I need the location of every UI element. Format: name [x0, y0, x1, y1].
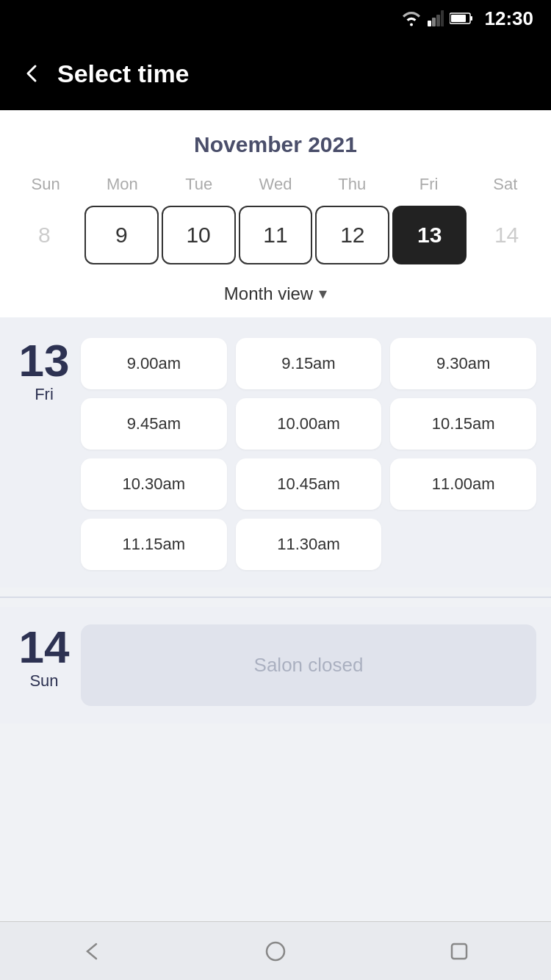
time-section-13: 13 Fri 9.00am 9.15am 9.30am 9.45am 10.00…	[0, 317, 551, 588]
month-view-label: Month view	[224, 284, 313, 304]
calendar-month: November 2021	[0, 125, 551, 169]
header: Select time	[0, 37, 551, 110]
weekday-thu: Thu	[314, 169, 390, 200]
svg-point-7	[267, 943, 284, 960]
day-number-14: 14	[19, 624, 70, 670]
day-8[interactable]: 8	[7, 206, 82, 264]
day-9[interactable]: 9	[84, 206, 159, 264]
day-name-14: Sun	[29, 671, 58, 691]
time-slot-1015am[interactable]: 10.15am	[390, 398, 536, 450]
time-slot-900am[interactable]: 9.00am	[81, 338, 227, 389]
signal-icon	[428, 10, 444, 26]
day-14[interactable]: 14	[469, 206, 544, 264]
time-slots-grid-13: 9.00am 9.15am 9.30am 9.45am 10.00am 10.1…	[81, 338, 536, 570]
weekday-fri: Fri	[390, 169, 467, 200]
svg-rect-6	[451, 15, 466, 22]
day-name-13: Fri	[35, 385, 54, 404]
weekday-sun: Sun	[7, 169, 84, 200]
chevron-down-icon: ▾	[319, 284, 327, 303]
nav-home-icon	[262, 938, 289, 965]
svg-rect-0	[428, 21, 431, 26]
day-number-block-14: 14 Sun	[15, 624, 73, 691]
svg-rect-1	[432, 18, 436, 26]
time-slot-1100am[interactable]: 11.00am	[390, 458, 536, 510]
nav-back-button[interactable]	[79, 938, 105, 965]
svg-rect-5	[470, 16, 472, 21]
calendar-section: November 2021 Sun Mon Tue Wed Thu Fri Sa…	[0, 110, 551, 317]
time-slot-1000am[interactable]: 10.00am	[236, 398, 382, 450]
time-slot-1030am[interactable]: 10.30am	[81, 458, 227, 510]
bottom-nav	[0, 921, 551, 980]
time-slot-1115am[interactable]: 11.15am	[81, 519, 227, 570]
time-slot-915am[interactable]: 9.15am	[236, 338, 382, 389]
status-bar: 12:30	[0, 0, 551, 37]
time-slot-930am[interactable]: 9.30am	[390, 338, 536, 389]
day-row-13: 13 Fri 9.00am 9.15am 9.30am 9.45am 10.00…	[15, 338, 536, 570]
back-button[interactable]	[22, 63, 43, 84]
days-row: 8 9 10 11 12 13 14	[0, 200, 551, 276]
nav-back-icon	[79, 938, 105, 965]
main-content: November 2021 Sun Mon Tue Wed Thu Fri Sa…	[0, 110, 551, 790]
section-divider	[0, 597, 551, 598]
month-view-toggle[interactable]: Month view ▾	[0, 276, 551, 317]
weekdays-row: Sun Mon Tue Wed Thu Fri Sat	[0, 169, 551, 200]
day-11[interactable]: 11	[239, 206, 313, 264]
wifi-icon	[401, 10, 422, 26]
closed-row-14: 14 Sun Salon closed	[15, 624, 536, 706]
battery-icon	[450, 12, 473, 25]
day-12[interactable]: 12	[315, 206, 389, 264]
closed-section-14: 14 Sun Salon closed	[0, 607, 551, 724]
weekday-tue: Tue	[161, 169, 237, 200]
nav-recents-icon	[446, 938, 472, 965]
nav-recents-button[interactable]	[446, 938, 472, 965]
nav-home-button[interactable]	[262, 938, 289, 965]
day-number-block-13: 13 Fri	[15, 338, 73, 404]
day-number-13: 13	[19, 338, 70, 383]
status-icons: 12:30	[401, 7, 534, 30]
time-slot-1130am[interactable]: 11.30am	[236, 519, 382, 570]
svg-rect-8	[452, 944, 467, 959]
day-13[interactable]: 13	[392, 206, 467, 264]
svg-rect-2	[436, 15, 440, 26]
status-time: 12:30	[485, 7, 534, 30]
time-slot-945am[interactable]: 9.45am	[81, 398, 227, 450]
svg-rect-3	[441, 10, 444, 26]
time-slot-1045am[interactable]: 10.45am	[236, 458, 382, 510]
weekday-wed: Wed	[237, 169, 314, 200]
header-title: Select time	[57, 60, 190, 88]
day-10[interactable]: 10	[162, 206, 236, 264]
weekday-mon: Mon	[84, 169, 160, 200]
salon-closed-box: Salon closed	[81, 624, 536, 706]
weekday-sat: Sat	[467, 169, 544, 200]
